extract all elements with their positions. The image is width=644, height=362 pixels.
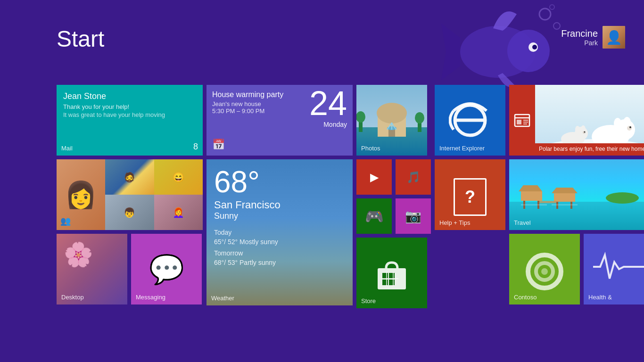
user-first-name: Francine (561, 28, 598, 39)
calendar-day-number: 24 (309, 88, 347, 119)
svg-rect-31 (517, 120, 521, 124)
video-music-row: ▶ 🎵 (356, 159, 431, 195)
video-tile[interactable]: ▶ (356, 159, 392, 195)
person-face-3: 😄 (154, 159, 203, 195)
svg-point-39 (614, 118, 621, 129)
svg-rect-61 (521, 204, 547, 206)
weather-temperature: 68° (214, 167, 345, 197)
svg-point-14 (415, 112, 424, 123)
calendar-icon: 📅 (212, 139, 225, 151)
avatar-image (603, 26, 625, 49)
help-tile[interactable]: ? Help + Tips (435, 159, 505, 230)
mail-count: 8 (193, 142, 198, 152)
svg-point-16 (377, 103, 407, 123)
camera-icon: 📷 (396, 198, 431, 234)
mail-subject: Thank you for your help! (63, 103, 196, 110)
bottom-row-1: 🌸 Desktop 💬 Messaging (57, 234, 203, 304)
contoso-tile[interactable]: Contoso (509, 234, 580, 304)
svg-rect-23 (389, 280, 395, 285)
mail-label: Mail (61, 145, 73, 152)
tile-column-1: Jean Stone Thank you for your help! It w… (57, 85, 203, 308)
svg-point-7 (550, 5, 554, 9)
person-4: 👦 (105, 195, 154, 230)
weather-tomorrow: Tomorrow (214, 249, 345, 257)
mail-body: It was great to have your help moving (63, 111, 196, 118)
help-label: Help + Tips (439, 219, 470, 226)
tile-column-5: Polar bears enjoy fun, free their new ho… (509, 85, 644, 308)
tile-column-4: Internet Explorer ? Help + Tips (435, 85, 505, 308)
ie-label: Internet Explorer (439, 145, 485, 152)
people-grid: 👩 🧔 😄 👦 👩‍🦰 (57, 159, 203, 230)
calendar-event-location: Jean's new house (212, 100, 305, 107)
mail-tile[interactable]: Jean Stone Thank you for your help! It w… (57, 85, 203, 156)
svg-rect-54 (521, 191, 542, 201)
svg-point-51 (606, 192, 639, 204)
svg-point-41 (627, 126, 632, 131)
svg-rect-20 (382, 273, 388, 279)
weather-label: Weather (211, 295, 234, 302)
news-image-part: Polar bears enjoy fun, free their new ho… (535, 85, 644, 156)
person-face-2: 🧔 (105, 159, 154, 195)
svg-rect-17 (388, 130, 395, 137)
avatar[interactable] (603, 26, 625, 49)
messaging-tile[interactable]: 💬 Messaging (131, 234, 202, 304)
user-profile[interactable]: Francine Park (561, 26, 625, 49)
weather-city: San Francisco (214, 199, 345, 211)
camera-tile[interactable]: 📷 (396, 198, 431, 234)
people-tile[interactable]: 👩 🧔 😄 👦 👩‍🦰 👥 (57, 159, 203, 230)
travel-tile[interactable]: Travel (509, 159, 644, 230)
xbox-camera-row: 🎮 📷 (356, 198, 431, 234)
svg-point-65 (541, 268, 548, 275)
svg-point-48 (584, 132, 586, 133)
help-question-icon: ? (454, 178, 487, 216)
mail-sender: Jean Stone (63, 91, 196, 101)
svg-point-45 (575, 126, 580, 133)
health-tile[interactable]: Health & (584, 234, 644, 304)
svg-rect-62 (552, 204, 578, 206)
xbox-icon: 🎮 (356, 198, 392, 234)
weather-content: 68° San Francisco Sunny Today 65°/ 52° M… (206, 159, 353, 274)
xbox-tile[interactable]: 🎮 (356, 198, 392, 234)
weather-tile[interactable]: 68° San Francisco Sunny Today 65°/ 52° M… (206, 159, 353, 305)
news-tile[interactable]: Polar bears enjoy fun, free their new ho… (509, 85, 644, 156)
chat-bubble-icon: 💬 (149, 253, 184, 286)
store-label: Store (361, 297, 376, 304)
music-note-icon: 🎵 (406, 171, 421, 184)
tile-column-2: House warming party Jean's new house 5:3… (206, 85, 353, 308)
calendar-tile[interactable]: House warming party Jean's new house 5:3… (206, 85, 353, 156)
svg-rect-22 (382, 280, 388, 285)
person-face-5: 👩‍🦰 (154, 195, 203, 230)
svg-point-6 (553, 23, 560, 29)
photos-label: Photos (361, 145, 380, 152)
news-text-overlay: Polar bears enjoy fun, free their new ho… (535, 143, 644, 156)
weather-forecast: Today 65°/ 52° Mostly sunny Tomorrow 68°… (214, 229, 345, 266)
desktop-tile[interactable]: 🌸 Desktop (57, 234, 127, 304)
calendar-text: House warming party Jean's new house 5:3… (212, 90, 305, 115)
travel-label: Travel (514, 219, 531, 226)
mail-content: Jean Stone Thank you for your help! It w… (57, 85, 203, 125)
page-title: Start (57, 26, 104, 52)
svg-rect-58 (554, 193, 575, 202)
tile-column-3: Photos ▶ 🎵 🎮 � (356, 85, 431, 308)
music-icon: 🎵 (396, 159, 431, 195)
user-last-name: Park (561, 39, 598, 47)
camera-lens-icon: 📷 (405, 208, 421, 224)
store-bag-icon (373, 254, 411, 292)
svg-point-2 (507, 30, 550, 72)
calendar-content: House warming party Jean's new house 5:3… (206, 85, 353, 134)
contoso-logo-icon (523, 250, 566, 293)
svg-point-4 (532, 45, 537, 49)
health-icon (584, 243, 644, 290)
health-label: Health & (588, 294, 612, 301)
video-play-icon: ▶ (370, 171, 379, 184)
flower-icon: 🌸 (64, 241, 93, 268)
weather-condition: Sunny (214, 211, 345, 221)
store-tile[interactable]: Store (356, 238, 427, 308)
photos-tile[interactable]: Photos (356, 85, 427, 156)
desktop-label: Desktop (61, 294, 84, 301)
xbox-controller-icon: 🎮 (365, 207, 384, 225)
svg-point-5 (539, 8, 551, 20)
music-tile[interactable]: 🎵 (396, 159, 431, 195)
ie-tile[interactable]: Internet Explorer (435, 85, 505, 156)
contoso-health-row: Contoso Health & (509, 234, 644, 304)
